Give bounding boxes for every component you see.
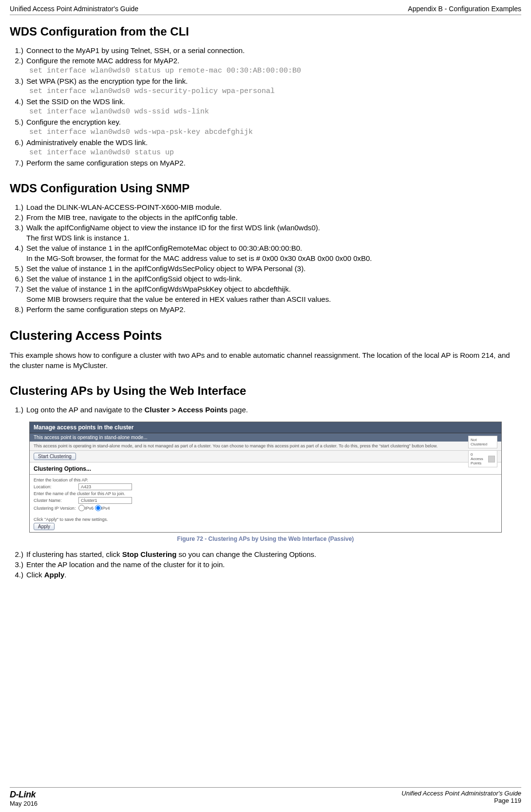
page-header: Unified Access Point Administrator's Gui… <box>10 5 521 15</box>
step-num: 3.) <box>10 559 26 570</box>
ipv6-radio[interactable] <box>78 505 85 511</box>
step-text: Log onto the AP and navigate to the Clus… <box>26 405 521 415</box>
ipv4-radio[interactable] <box>95 505 101 511</box>
section-clustering: Clustering Access Points <box>10 328 521 343</box>
step-text: Perform the same configuration steps on … <box>26 158 521 168</box>
step-num: 8.) <box>10 304 26 314</box>
step-text: Enter the AP location and the name of th… <box>26 559 521 570</box>
step-num: 4.) <box>10 243 26 253</box>
step-text: Perform the same configuration steps on … <box>26 304 521 314</box>
cluster-name-label: Cluster Name: <box>34 498 78 503</box>
clustering-intro: This example shows how to configure a cl… <box>10 350 521 370</box>
step-num: 2.) <box>10 212 26 222</box>
step-num: 7.) <box>10 284 26 294</box>
step-text: Set the SSID on the WDS link. <box>26 96 521 107</box>
step-text: Load the DLINK-WLAN-ACCESS-POINT-X600-MI… <box>26 202 521 212</box>
cluster-status-sidebar: NotClustered 0AccessPoints <box>468 436 497 469</box>
step-text: Walk the apIfConfigName object to view t… <box>26 222 521 233</box>
apply-ref: Apply <box>44 571 65 579</box>
step-num: 5.) <box>10 117 26 127</box>
cluster-screenshot: Manage access points in the cluster This… <box>29 422 502 533</box>
step-text: Click Apply. <box>26 570 521 580</box>
status-not-clustered: NotClustered <box>468 436 497 448</box>
step-num: 2.) <box>10 55 26 66</box>
access-points-icon <box>488 456 495 462</box>
panel-title: Manage access points in the cluster <box>30 422 501 433</box>
cluster-name-input[interactable]: Cluster1 <box>78 497 132 504</box>
footer-page: Page 119 <box>401 797 521 804</box>
clustering-web-steps-cont: 2.)If clustering has started, click Stop… <box>10 549 521 580</box>
step-text: Configure the remote MAC address for MyA… <box>26 55 521 66</box>
step-text: If clustering has started, click Stop Cl… <box>26 549 521 559</box>
apply-button[interactable]: Apply <box>34 523 55 530</box>
step-num: 1.) <box>10 202 26 212</box>
wds-cli-steps: 1.)Connect to the MyAP1 by using Telnet,… <box>10 45 521 168</box>
step-text: Administratively enable the WDS link. <box>26 137 521 148</box>
step-text: Configure the encryption key. <box>26 117 521 127</box>
section-wds-snmp: WDS Configuration Using SNMP <box>10 182 521 195</box>
cluster-name-prompt: Enter the name of the cluster for this A… <box>34 491 497 496</box>
cli-code: set interface wlan0wds0 wds-security-pol… <box>10 86 521 96</box>
step-num: 5.) <box>10 263 26 274</box>
apply-note: Click "Apply" to save the new settings. <box>34 517 497 522</box>
panel-subtitle: This access point is operating in stand-… <box>30 433 501 442</box>
location-label: Location: <box>34 484 78 489</box>
page-footer: D-Link May 2016 Unified Access Point Adm… <box>10 787 521 807</box>
cli-code: set interface wlan0wds0 wds-ssid wds-lin… <box>10 107 521 117</box>
ipv4-label: IPv4 <box>101 506 110 511</box>
clustering-web-steps: 1.)Log onto the AP and navigate to the C… <box>10 405 521 415</box>
step-text: From the MIB tree, navigate to the objec… <box>26 212 521 222</box>
wds-snmp-steps: 1.)Load the DLINK-WLAN-ACCESS-POINT-X600… <box>10 202 521 314</box>
step-num: 1.) <box>10 405 26 415</box>
step-num: 4.) <box>10 570 26 580</box>
cli-code: set interface wlan0wds0 status up remote… <box>10 66 521 76</box>
ipv6-label: IPv6 <box>85 506 94 511</box>
footer-guide: Unified Access Point Administrator's Gui… <box>401 790 521 797</box>
step-text: Set the value of instance 1 in the apIfC… <box>26 243 521 253</box>
section-wds-cli: WDS Configuration from the CLI <box>10 25 521 38</box>
cli-code: set interface wlan0wds0 wds-wpa-psk-key … <box>10 127 521 137</box>
stop-clustering-ref: Stop Clustering <box>122 550 177 558</box>
step-text: Connect to the MyAP1 by using Telnet, SS… <box>26 45 521 55</box>
footer-date: May 2016 <box>10 800 38 807</box>
status-access-points: 0AccessPoints <box>468 450 497 467</box>
nav-path: Cluster > Access Points <box>144 406 228 414</box>
step-num: 3.) <box>10 222 26 233</box>
step-text: The first WDS link is instance 1. <box>26 233 521 243</box>
cli-code: set interface wlan0wds0 status up <box>10 148 521 158</box>
step-num: 6.) <box>10 274 26 284</box>
step-text: Set the value of instance 1 in the apIfC… <box>26 263 521 274</box>
ip-version-label: Clustering IP Version: <box>34 506 78 511</box>
step-num: 3.) <box>10 76 26 86</box>
start-clustering-button[interactable]: Start Clustering <box>34 453 76 460</box>
header-left: Unified Access Point Administrator's Gui… <box>10 5 138 13</box>
step-text: In the MG-Soft browser, the format for t… <box>26 253 521 263</box>
header-right: Appendix B - Configuration Examples <box>408 5 521 13</box>
step-text: Set the value of instance 1 in the apIfC… <box>26 284 521 294</box>
step-text: Set the value of instance 1 in the apIfC… <box>26 274 521 284</box>
step-num: 4.) <box>10 96 26 107</box>
section-clustering-web: Clustering APs by Using the Web Interfac… <box>10 384 521 398</box>
options-title: Clustering Options... <box>30 462 501 475</box>
brand-logo: D-Link <box>10 790 38 800</box>
step-num: 2.) <box>10 549 26 559</box>
step-num: 6.) <box>10 137 26 148</box>
location-prompt: Enter the location of this AP. <box>34 478 497 482</box>
step-num: 7.) <box>10 158 26 168</box>
step-text: Set WPA (PSK) as the encryption type for… <box>26 76 521 86</box>
step-text: Some MIB browsers require that the value… <box>26 294 521 304</box>
figure-caption: Figure 72 - Clustering APs by Using the … <box>10 535 521 542</box>
panel-description: This access point is operating in stand-… <box>30 442 501 451</box>
location-input[interactable]: A423 <box>78 483 132 490</box>
step-num: 1.) <box>10 45 26 55</box>
